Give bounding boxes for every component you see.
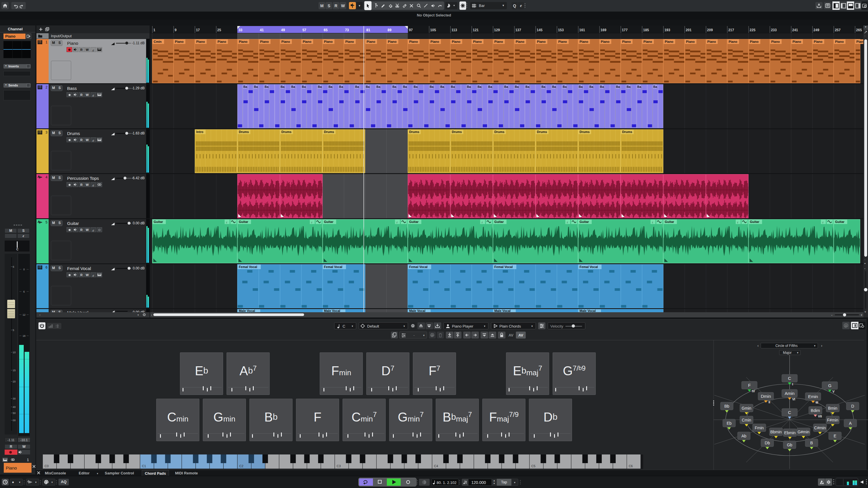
svg-text:Piano: Piano [771,40,780,43]
svg-text:Piano: Piano [558,40,567,43]
svg-text:Femal Vocal: Femal Vocal [324,265,342,268]
svg-text:73: 73 [345,28,349,32]
svg-text:Male Vocal: Male Vocal [494,309,511,313]
svg-text:169: 169 [601,28,607,32]
svg-text:V: V [832,390,835,393]
svg-text:265: 265 [856,28,862,32]
svg-text:Piano: Piano [303,40,311,43]
svg-text:185: 185 [643,28,649,32]
svg-text:IV: IV [752,389,755,393]
svg-text:VI: VI [792,397,795,401]
svg-text:Piano: Piano [664,40,673,43]
svg-text:129: 129 [494,28,500,32]
svg-text:C3: C3 [337,464,341,468]
svg-text:♩: ♩ [482,220,485,224]
svg-text:65: 65 [324,28,328,32]
svg-text:C5: C5 [531,464,535,468]
svg-text:41: 41 [260,28,264,32]
svg-text:Bb: Bb [724,404,729,409]
svg-text:33: 33 [239,28,243,32]
svg-text:Gmin: Gmin [742,406,751,411]
svg-text:Amin: Amin [785,391,795,396]
svg-text:49: 49 [281,28,285,32]
svg-text:Drums: Drums [409,130,419,134]
svg-text:♩: ♩ [737,220,740,224]
svg-text:Fmin: Fmin [754,426,764,430]
svg-text:Drums: Drums [537,130,547,134]
svg-text:Intro: Intro [196,130,204,134]
svg-text:I: I [792,383,793,386]
svg-text:201: 201 [686,28,691,32]
svg-text:Piano: Piano [601,40,610,43]
svg-text:III: III [816,401,818,404]
svg-text:25: 25 [217,28,221,32]
svg-text:Male Vocal: Male Vocal [580,309,596,313]
svg-text:Male Vocal: Male Vocal [324,309,340,313]
svg-text:‹: ‹ [151,314,152,317]
svg-text:A: A [849,421,852,426]
svg-text:G#min: G#min [797,430,809,434]
svg-text:Piano: Piano [793,40,801,43]
svg-text:Piano: Piano [494,40,503,43]
svg-text:105: 105 [430,28,436,32]
svg-text:Piano: Piano [644,40,652,43]
svg-text:Guitar: Guitar [580,220,589,224]
svg-text:Femal Vocal: Femal Vocal [494,265,513,268]
svg-text:Piano: Piano [175,40,184,43]
svg-text:Piano: Piano [218,40,226,43]
svg-text:1: 1 [153,28,155,32]
svg-text:Bmin: Bmin [828,406,837,411]
svg-text:Guitar: Guitar [750,220,760,224]
svg-text:Femal Vocal: Femal Vocal [239,265,257,268]
svg-text:D: D [851,404,854,409]
svg-text:Ebmin: Ebmin [784,430,796,435]
svg-text:161: 161 [579,28,585,32]
svg-text:Piano: Piano [814,40,823,43]
svg-text:225: 225 [750,28,755,32]
svg-text:Gb: Gb [787,443,793,447]
svg-text:Piano: Piano [388,40,397,43]
svg-text:♩: ♩ [822,220,826,224]
svg-text:121: 121 [473,28,478,32]
svg-text:Ab: Ab [741,434,746,438]
svg-text:Piano: Piano [239,40,247,43]
svg-text:+: + [861,313,863,317]
svg-text:Femal Vocal: Femal Vocal [409,265,427,268]
svg-text:Piano: Piano [835,40,844,43]
svg-text:Bbmin: Bbmin [770,430,782,434]
svg-text:C6: C6 [629,464,633,468]
svg-text:Guitar: Guitar [239,220,248,224]
svg-text:217: 217 [728,28,734,32]
svg-text:Drums: Drums [580,130,590,134]
svg-text:Guitar: Guitar [154,220,163,224]
svg-text:♩: ♩ [566,220,570,224]
svg-text:Femal Vocal: Femal Vocal [580,265,598,268]
svg-text:Piano: Piano [431,40,439,43]
svg-text:Male Vocal: Male Vocal [239,309,255,313]
svg-text:249: 249 [814,28,819,32]
svg-text:F: F [748,383,750,388]
svg-text:E: E [834,434,836,438]
svg-text:241: 241 [792,28,798,32]
svg-text:177: 177 [622,28,627,32]
svg-text:Piano: Piano [580,40,588,43]
svg-text:Piano: Piano [452,40,460,43]
svg-text:89: 89 [388,28,392,32]
svg-text:Drums: Drums [452,130,462,134]
svg-text:113: 113 [452,28,457,32]
svg-text:Piano: Piano [622,40,631,43]
svg-text:Dmin: Dmin [761,394,771,399]
svg-text:17: 17 [196,28,200,32]
svg-text:257: 257 [835,28,840,32]
svg-text:9: 9 [175,28,177,32]
svg-text:Piano: Piano [707,40,716,43]
svg-text:C1: C1 [142,464,146,468]
svg-text:♩: ♩ [226,220,229,224]
svg-text:Piano: Piano [686,40,695,43]
svg-text:Guitar: Guitar [835,220,844,224]
svg-text:♩: ♩ [652,220,655,224]
svg-text:Guitar: Guitar [409,220,418,224]
svg-text:Piano: Piano [728,40,737,43]
svg-text:Eb: Eb [726,421,732,426]
svg-text:VII: VII [818,415,822,418]
